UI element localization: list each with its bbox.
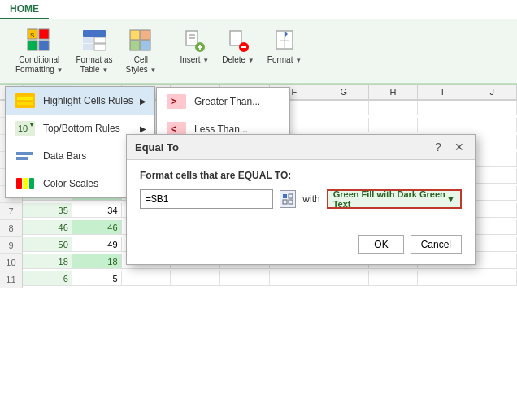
cell-a11[interactable]: 6 <box>23 271 72 286</box>
table-row: 1165 <box>0 271 517 288</box>
highlight-cells-arrow: ▶ <box>140 97 146 106</box>
dialog-cell-ref-button[interactable] <box>280 190 296 208</box>
col-header-h[interactable]: H <box>369 85 419 100</box>
cells-group: Insert ▼ Delete ▼ <box>169 23 312 80</box>
svg-rect-21 <box>16 152 33 155</box>
format-button[interactable]: Format ▼ <box>262 24 307 68</box>
cell-styles-button[interactable]: CellStyles ▼ <box>120 24 163 78</box>
data-bars-icon <box>14 147 37 165</box>
row-number: 8 <box>0 220 23 237</box>
cell-a9[interactable]: 50 <box>23 237 72 252</box>
dialog-format-arrow: ▼ <box>446 194 455 204</box>
dialog-format-dropdown[interactable]: Green Fill with Dark Green Text ▼ <box>327 189 462 209</box>
row-number: 11 <box>0 271 23 288</box>
tab-home[interactable]: HOME <box>0 0 49 19</box>
dialog-cancel-button[interactable]: Cancel <box>411 235 462 254</box>
format-table-icon <box>81 28 107 54</box>
col-header-j[interactable]: J <box>467 85 517 100</box>
cell-b9[interactable]: 49 <box>72 237 122 252</box>
cell-empty[interactable] <box>369 271 419 286</box>
color-scales-icon <box>14 175 37 193</box>
cell-b11[interactable]: 5 <box>72 271 122 286</box>
color-scales-label: Color Scales <box>43 178 98 189</box>
cell-styles-label: CellStyles ▼ <box>126 55 157 75</box>
conditional-formatting-label: ConditionalFormatting ▼ <box>15 55 63 75</box>
cell-empty[interactable] <box>418 118 467 132</box>
dialog-title-bar: Equal To ? ✕ <box>127 135 475 160</box>
equal-to-dialog[interactable]: Equal To ? ✕ Format cells that are EQUAL… <box>126 134 476 265</box>
svg-rect-12 <box>130 41 140 50</box>
col-header-i[interactable]: I <box>418 85 467 100</box>
tab-bar: HOME <box>0 0 517 19</box>
dialog-footer: OK Cancel <box>127 230 475 264</box>
format-icon <box>272 28 298 54</box>
cell-empty[interactable] <box>270 271 319 286</box>
svg-text:S: S <box>30 32 34 39</box>
svg-rect-47 <box>289 194 293 198</box>
format-as-table-button[interactable]: Format asTable ▼ <box>71 24 119 78</box>
cell-a7[interactable]: 35 <box>23 203 72 218</box>
row-number: 10 <box>0 254 23 271</box>
svg-rect-5 <box>83 30 106 37</box>
svg-rect-24 <box>29 178 34 189</box>
svg-rect-39 <box>230 31 241 45</box>
delete-button[interactable]: Delete ▼ <box>216 24 260 68</box>
svg-rect-46 <box>283 194 287 198</box>
cell-empty[interactable] <box>220 271 270 286</box>
cell-b7[interactable]: 34 <box>72 203 122 218</box>
data-bars-label: Data Bars <box>43 150 86 162</box>
dialog-with-label: with <box>302 193 319 205</box>
dialog-value-input[interactable] <box>140 189 273 209</box>
svg-rect-48 <box>283 200 287 204</box>
dialog-input-row: with Green Fill with Dark Green Text ▼ <box>140 189 462 209</box>
svg-rect-13 <box>141 41 150 50</box>
insert-button[interactable]: Insert ▼ <box>174 24 215 68</box>
dialog-format-value: Green Fill with Dark Green Text <box>333 189 446 209</box>
top-bottom-icon: 10 <box>14 119 37 137</box>
svg-rect-9 <box>94 44 106 50</box>
col-header-g[interactable]: G <box>319 85 369 100</box>
format-label: Format ▼ <box>267 55 302 65</box>
svg-rect-15 <box>17 97 33 100</box>
dialog-help-button[interactable]: ? <box>431 140 445 154</box>
dialog-close-button[interactable]: ✕ <box>452 140 467 154</box>
cell-empty[interactable] <box>319 271 369 286</box>
cell-empty[interactable] <box>319 118 369 132</box>
cell-empty[interactable] <box>467 101 517 115</box>
cell-a10[interactable]: 18 <box>23 254 72 269</box>
cell-b10[interactable]: 18 <box>72 254 122 269</box>
top-bottom-arrow: ▶ <box>140 124 146 133</box>
dialog-controls: ? ✕ <box>431 140 467 154</box>
cell-b8[interactable]: 46 <box>72 220 122 235</box>
cell-empty[interactable] <box>467 271 517 286</box>
top-bottom-label: Top/Bottom Rules <box>43 123 120 134</box>
cell-a8[interactable]: 46 <box>23 220 72 235</box>
row-number: 7 <box>0 203 23 220</box>
svg-rect-49 <box>289 200 293 204</box>
cell-empty[interactable] <box>369 118 419 132</box>
cell-empty[interactable] <box>122 271 172 286</box>
dialog-instruction: Format cells that are EQUAL TO: <box>140 170 462 181</box>
svg-text:<: < <box>171 123 176 135</box>
cell-empty[interactable] <box>467 118 517 132</box>
svg-rect-20 <box>16 157 28 160</box>
cell-empty[interactable] <box>171 271 220 286</box>
highlight-cells-item[interactable]: Highlight Cells Rules ▶ <box>6 87 154 115</box>
svg-rect-22 <box>16 178 22 189</box>
svg-rect-7 <box>94 37 106 43</box>
svg-rect-2 <box>28 41 37 50</box>
cell-empty[interactable] <box>369 101 419 115</box>
dialog-body: Format cells that are EQUAL TO: with Gr <box>127 160 475 230</box>
dialog-ok-button[interactable]: OK <box>358 235 403 254</box>
less-than-label: Less Than... <box>194 123 248 135</box>
svg-rect-8 <box>83 44 93 50</box>
svg-rect-6 <box>83 37 93 43</box>
greater-than-item[interactable]: > Greater Than... <box>157 88 289 115</box>
cell-empty[interactable] <box>319 101 369 115</box>
conditional-formatting-button[interactable]: S ConditionalFormatting ▼ <box>10 24 69 78</box>
svg-rect-23 <box>23 178 28 189</box>
formatting-group: S ConditionalFormatting ▼ <box>5 23 167 80</box>
cell-empty[interactable] <box>418 271 467 286</box>
svg-rect-1 <box>39 29 49 39</box>
cell-empty[interactable] <box>418 101 467 115</box>
